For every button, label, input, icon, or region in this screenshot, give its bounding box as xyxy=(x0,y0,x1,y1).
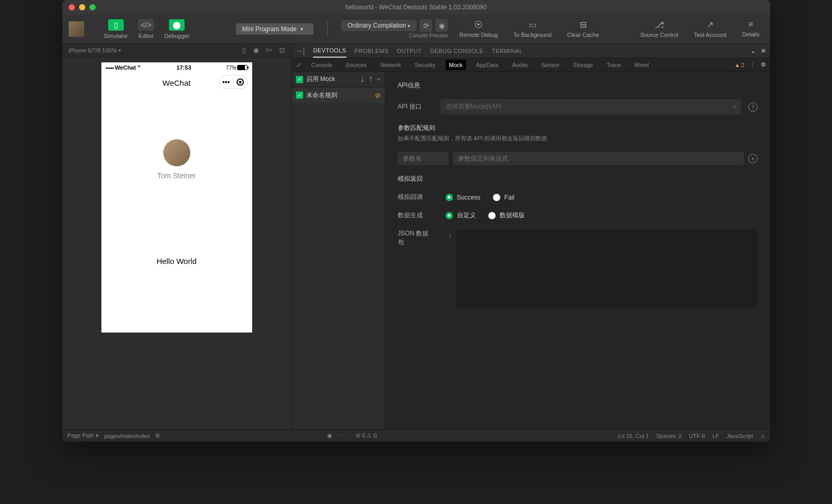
capsule-menu[interactable]: ••• xyxy=(219,78,234,86)
cut-icon[interactable]: ✄ xyxy=(266,46,272,54)
preview-icon[interactable]: ◉ xyxy=(327,432,332,439)
eye-icon: ◉ xyxy=(439,22,445,30)
tab-terminal[interactable]: TERMINAL xyxy=(492,45,523,57)
upload-icon[interactable]: ⤒ xyxy=(368,76,373,83)
callback-fail-radio[interactable]: Fail xyxy=(493,194,514,201)
diagnostics[interactable]: ⊘ 0 ⚠ 0 xyxy=(356,432,376,439)
more-icon[interactable]: ⋯ xyxy=(337,432,343,439)
subtab-sensor[interactable]: Sensor xyxy=(538,60,563,70)
enable-mock-checkbox[interactable]: ✓ xyxy=(296,76,303,83)
inspect-icon[interactable]: ⬀ xyxy=(296,61,301,69)
page-path-label[interactable]: Page Path ▾ xyxy=(68,432,99,439)
bell-icon[interactable]: ♫ xyxy=(760,433,764,439)
add-icon[interactable]: + xyxy=(376,76,380,83)
phone-header: WeChat ••• xyxy=(101,73,252,92)
phone-content: Tom Steiner Hello World xyxy=(101,92,252,333)
subtab-trace[interactable]: Trace xyxy=(603,60,624,70)
more-icon[interactable]: ⋮ xyxy=(750,61,756,68)
to-background-button[interactable]: ▭ To Background xyxy=(509,18,555,40)
remote-debug-button[interactable]: ⦿ Remote Debug xyxy=(455,18,502,40)
help-icon[interactable]: ? xyxy=(748,102,758,112)
warning-badge[interactable]: ▲ 2 xyxy=(734,62,744,68)
record-icon[interactable]: ◉ xyxy=(253,46,259,54)
chevron-down-icon[interactable]: ⌄ xyxy=(750,47,756,55)
callback-label: 模拟回调 xyxy=(398,193,433,202)
tab-devtools[interactable]: DEVTOOLS xyxy=(313,44,346,58)
test-account-button[interactable]: ↗ Test Account xyxy=(690,18,731,40)
tab-problems[interactable]: PROBLEMS xyxy=(355,45,388,57)
language-mode[interactable]: JavaScript xyxy=(726,433,753,439)
user-avatar[interactable] xyxy=(163,139,190,166)
subtab-sources[interactable]: Sources xyxy=(343,60,370,70)
chevron-down-icon: ▾ xyxy=(408,23,410,29)
capsule-close[interactable] xyxy=(233,78,248,86)
settings-icon[interactable]: ⚙ xyxy=(761,61,766,68)
json-editor[interactable]: 1 xyxy=(440,229,758,307)
toggle-panel-icon[interactable]: →| xyxy=(296,47,305,55)
cursor-position[interactable]: Ln 15, Col 1 xyxy=(618,433,649,439)
subtab-security[interactable]: Security xyxy=(412,60,439,70)
maximize-window-button[interactable] xyxy=(89,4,96,10)
add-param-button[interactable]: + xyxy=(748,154,758,163)
editor-button[interactable]: </> Editor xyxy=(134,17,158,41)
battery-percent: 77% xyxy=(226,65,236,71)
mode-select[interactable]: Mini Program Mode▾ xyxy=(236,23,314,35)
close-window-button[interactable] xyxy=(69,4,75,10)
chevron-down-icon: ▾ xyxy=(733,104,736,110)
datagen-custom-radio[interactable]: 自定义 xyxy=(446,211,476,220)
api-select[interactable]: 选择需要Mock的API ▾ xyxy=(440,99,741,114)
user-avatar-small[interactable] xyxy=(69,21,84,37)
compile-preview-label: Compile Preview xyxy=(409,33,448,38)
subtab-wxml[interactable]: Wxml xyxy=(631,60,652,70)
api-info-header: API信息 xyxy=(398,81,758,90)
window-title: helloworld - WeChat Devtools Stable 1.03… xyxy=(345,4,487,11)
page-path: pages/index/index xyxy=(104,433,150,439)
simulator-button[interactable]: ▯ Simulator xyxy=(100,17,132,41)
details-button[interactable]: ≡ Details xyxy=(738,18,764,40)
debugger-button[interactable]: ⬤ Debugger xyxy=(160,17,193,41)
subtab-mock[interactable]: Mock xyxy=(446,60,465,70)
encoding[interactable]: UTF-8 xyxy=(689,433,705,439)
chevron-down-icon: ▾ xyxy=(301,26,303,32)
preview-button[interactable]: ◉ xyxy=(435,19,448,32)
background-icon: ▭ xyxy=(529,20,537,30)
main-toolbar: ▯ Simulator </> Editor ⬤ Debugger Mini P… xyxy=(62,15,770,44)
radio-selected-icon xyxy=(446,212,453,219)
subtab-network[interactable]: Network xyxy=(377,60,404,70)
divider xyxy=(327,21,328,37)
radio-unselected-icon xyxy=(488,212,496,219)
subtab-appdata[interactable]: AppData xyxy=(473,60,502,70)
rotate-icon[interactable]: ▯ xyxy=(242,46,246,54)
subtab-console[interactable]: Console xyxy=(308,60,335,70)
window-icon[interactable]: ⊡ xyxy=(279,46,285,54)
close-icon[interactable]: ✕ xyxy=(761,47,766,55)
param-regex-input[interactable] xyxy=(453,152,744,165)
mock-rule-item[interactable]: ✓ 未命名规则 ⊘ xyxy=(292,87,385,103)
statusbar: Page Path ▾ pages/index/index ⧉ ◉ ⋯ ⊘ 0 … xyxy=(62,429,770,442)
chevron-down-icon: ▾ xyxy=(119,48,121,53)
subtab-storage[interactable]: Storage xyxy=(570,60,596,70)
callback-success-radio[interactable]: Success xyxy=(446,194,480,201)
copy-icon[interactable]: ⧉ xyxy=(155,432,160,439)
refresh-button[interactable]: ⟳ xyxy=(420,19,432,32)
datagen-label: 数据生成 xyxy=(398,211,433,220)
tab-output[interactable]: OUTPUT xyxy=(397,45,422,57)
share-icon: ↗ xyxy=(707,20,713,30)
subtab-audits[interactable]: Audits xyxy=(509,60,531,70)
download-icon[interactable]: ⤓ xyxy=(360,76,365,83)
datagen-template-radio[interactable]: 数据模版 xyxy=(488,211,525,220)
param-name-input[interactable] xyxy=(398,152,449,165)
device-select[interactable]: iPhone 6/7/8 100% ▾ xyxy=(69,47,122,54)
tab-debug-console[interactable]: DEBUG CONSOLE xyxy=(430,45,483,57)
capsule-button[interactable]: ••• xyxy=(219,75,248,89)
clear-cache-button[interactable]: ⊟ Clear Cache xyxy=(563,18,603,40)
source-control-button[interactable]: ⎇ Source Control xyxy=(636,18,682,40)
json-content[interactable] xyxy=(456,229,758,307)
compilation-select[interactable]: Ordinary Compilation ▾ xyxy=(341,20,417,31)
eol[interactable]: LF xyxy=(712,433,719,439)
phone-icon: ▯ xyxy=(108,19,124,31)
rule-checkbox[interactable]: ✓ xyxy=(296,91,303,99)
indent-setting[interactable]: Spaces: 2 xyxy=(656,433,682,439)
minimize-window-button[interactable] xyxy=(79,4,85,10)
devtools-pane: →| DEVTOOLS PROBLEMS OUTPUT DEBUG CONSOL… xyxy=(291,44,770,429)
